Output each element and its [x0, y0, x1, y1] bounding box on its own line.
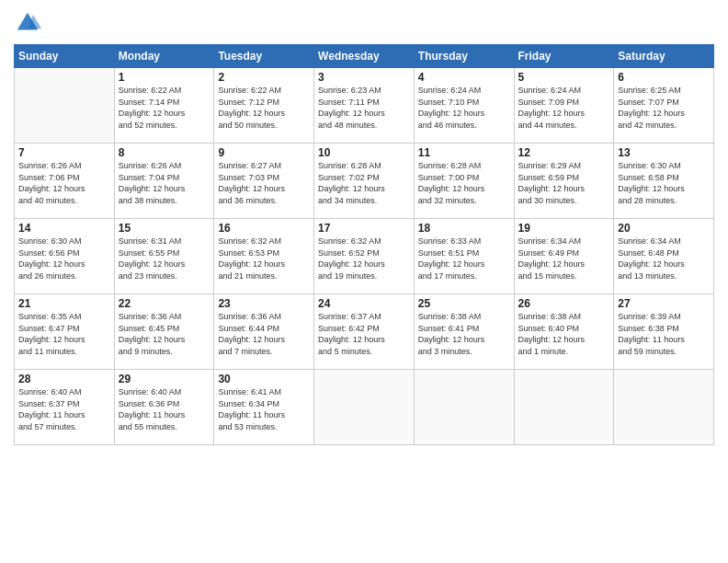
day-info: Sunrise: 6:29 AM Sunset: 6:59 PM Dayligh… [518, 160, 610, 206]
day-info: Sunrise: 6:25 AM Sunset: 7:07 PM Dayligh… [618, 85, 710, 131]
day-cell: 4Sunrise: 6:24 AM Sunset: 7:10 PM Daylig… [414, 68, 514, 144]
day-number: 28 [18, 373, 110, 385]
day-number: 8 [119, 146, 210, 159]
col-header-sunday: Sunday [15, 45, 115, 68]
day-number: 17 [318, 222, 410, 235]
day-number: 7 [18, 146, 110, 159]
day-cell: 18Sunrise: 6:33 AM Sunset: 6:51 PM Dayli… [414, 219, 514, 294]
day-number: 21 [18, 297, 110, 310]
day-info: Sunrise: 6:32 AM Sunset: 6:53 PM Dayligh… [218, 236, 310, 282]
col-header-saturday: Saturday [614, 45, 714, 68]
day-cell: 22Sunrise: 6:36 AM Sunset: 6:45 PM Dayli… [114, 294, 214, 370]
page: SundayMondayTuesdayWednesdayThursdayFrid… [0, 0, 728, 563]
day-cell: 16Sunrise: 6:32 AM Sunset: 6:53 PM Dayli… [214, 219, 314, 294]
week-row-4: 21Sunrise: 6:35 AM Sunset: 6:47 PM Dayli… [15, 294, 714, 370]
day-number: 16 [218, 222, 310, 235]
day-cell [614, 370, 714, 445]
day-number: 12 [518, 146, 610, 159]
day-number: 14 [18, 222, 110, 235]
day-info: Sunrise: 6:35 AM Sunset: 6:47 PM Dayligh… [18, 311, 110, 357]
day-cell: 29Sunrise: 6:40 AM Sunset: 6:36 PM Dayli… [114, 370, 214, 445]
day-info: Sunrise: 6:34 AM Sunset: 6:48 PM Dayligh… [618, 236, 710, 282]
day-cell: 13Sunrise: 6:30 AM Sunset: 6:58 PM Dayli… [614, 144, 714, 219]
day-cell: 15Sunrise: 6:31 AM Sunset: 6:55 PM Dayli… [114, 219, 214, 294]
day-info: Sunrise: 6:32 AM Sunset: 6:52 PM Dayligh… [318, 236, 410, 282]
day-info: Sunrise: 6:28 AM Sunset: 7:02 PM Dayligh… [318, 160, 410, 206]
day-info: Sunrise: 6:38 AM Sunset: 6:40 PM Dayligh… [518, 311, 610, 357]
day-info: Sunrise: 6:30 AM Sunset: 6:58 PM Dayligh… [618, 160, 710, 206]
day-number: 23 [218, 297, 310, 310]
day-number: 1 [119, 71, 210, 84]
day-cell: 10Sunrise: 6:28 AM Sunset: 7:02 PM Dayli… [314, 144, 415, 219]
day-number: 30 [218, 373, 310, 385]
day-cell: 21Sunrise: 6:35 AM Sunset: 6:47 PM Dayli… [15, 294, 115, 370]
day-cell: 1Sunrise: 6:22 AM Sunset: 7:14 PM Daylig… [114, 68, 214, 144]
day-info: Sunrise: 6:28 AM Sunset: 7:00 PM Dayligh… [418, 160, 510, 206]
day-cell: 9Sunrise: 6:27 AM Sunset: 7:03 PM Daylig… [214, 144, 314, 219]
day-number: 13 [618, 146, 710, 159]
day-number: 5 [518, 71, 610, 84]
day-cell: 30Sunrise: 6:41 AM Sunset: 6:34 PM Dayli… [214, 370, 314, 445]
day-number: 18 [418, 222, 510, 235]
week-row-5: 28Sunrise: 6:40 AM Sunset: 6:37 PM Dayli… [15, 370, 714, 445]
header-row: SundayMondayTuesdayWednesdayThursdayFrid… [15, 45, 714, 68]
day-info: Sunrise: 6:34 AM Sunset: 6:49 PM Dayligh… [518, 236, 610, 282]
day-info: Sunrise: 6:40 AM Sunset: 6:36 PM Dayligh… [119, 386, 210, 432]
day-cell [514, 370, 614, 445]
col-header-tuesday: Tuesday [214, 45, 314, 68]
day-number: 10 [318, 146, 410, 159]
day-info: Sunrise: 6:26 AM Sunset: 7:04 PM Dayligh… [119, 160, 210, 206]
day-info: Sunrise: 6:39 AM Sunset: 6:38 PM Dayligh… [618, 311, 710, 357]
day-number: 9 [218, 146, 310, 159]
calendar-table: SundayMondayTuesdayWednesdayThursdayFrid… [14, 44, 714, 445]
day-cell: 14Sunrise: 6:30 AM Sunset: 6:56 PM Dayli… [15, 219, 115, 294]
day-number: 26 [518, 297, 610, 310]
day-cell: 20Sunrise: 6:34 AM Sunset: 6:48 PM Dayli… [614, 219, 714, 294]
day-cell: 6Sunrise: 6:25 AM Sunset: 7:07 PM Daylig… [614, 68, 714, 144]
day-info: Sunrise: 6:40 AM Sunset: 6:37 PM Dayligh… [18, 386, 110, 432]
day-info: Sunrise: 6:22 AM Sunset: 7:12 PM Dayligh… [218, 85, 310, 131]
day-info: Sunrise: 6:31 AM Sunset: 6:55 PM Dayligh… [119, 236, 210, 282]
day-cell: 11Sunrise: 6:28 AM Sunset: 7:00 PM Dayli… [414, 144, 514, 219]
day-cell: 26Sunrise: 6:38 AM Sunset: 6:40 PM Dayli… [514, 294, 614, 370]
week-row-1: 1Sunrise: 6:22 AM Sunset: 7:14 PM Daylig… [15, 68, 714, 144]
day-info: Sunrise: 6:36 AM Sunset: 6:45 PM Dayligh… [119, 311, 210, 357]
col-header-monday: Monday [114, 45, 214, 68]
day-number: 29 [119, 373, 210, 385]
col-header-friday: Friday [514, 45, 614, 68]
day-number: 3 [318, 71, 410, 84]
day-cell: 23Sunrise: 6:36 AM Sunset: 6:44 PM Dayli… [214, 294, 314, 370]
day-cell: 28Sunrise: 6:40 AM Sunset: 6:37 PM Dayli… [15, 370, 115, 445]
day-cell [314, 370, 415, 445]
day-cell: 3Sunrise: 6:23 AM Sunset: 7:11 PM Daylig… [314, 68, 415, 144]
day-number: 24 [318, 297, 410, 310]
day-number: 27 [618, 297, 710, 310]
col-header-thursday: Thursday [414, 45, 514, 68]
day-cell: 24Sunrise: 6:37 AM Sunset: 6:42 PM Dayli… [314, 294, 415, 370]
day-number: 2 [218, 71, 310, 84]
day-cell: 19Sunrise: 6:34 AM Sunset: 6:49 PM Dayli… [514, 219, 614, 294]
day-cell [414, 370, 514, 445]
day-info: Sunrise: 6:38 AM Sunset: 6:41 PM Dayligh… [418, 311, 510, 357]
day-cell: 8Sunrise: 6:26 AM Sunset: 7:04 PM Daylig… [114, 144, 214, 219]
day-number: 20 [618, 222, 710, 235]
day-cell: 27Sunrise: 6:39 AM Sunset: 6:38 PM Dayli… [614, 294, 714, 370]
day-cell: 12Sunrise: 6:29 AM Sunset: 6:59 PM Dayli… [514, 144, 614, 219]
day-info: Sunrise: 6:27 AM Sunset: 7:03 PM Dayligh… [218, 160, 310, 206]
logo-icon [14, 9, 41, 37]
day-cell: 7Sunrise: 6:26 AM Sunset: 7:06 PM Daylig… [15, 144, 115, 219]
day-info: Sunrise: 6:26 AM Sunset: 7:06 PM Dayligh… [18, 160, 110, 206]
day-number: 22 [119, 297, 210, 310]
day-info: Sunrise: 6:23 AM Sunset: 7:11 PM Dayligh… [318, 85, 410, 131]
day-info: Sunrise: 6:33 AM Sunset: 6:51 PM Dayligh… [418, 236, 510, 282]
week-row-2: 7Sunrise: 6:26 AM Sunset: 7:06 PM Daylig… [15, 144, 714, 219]
day-cell: 5Sunrise: 6:24 AM Sunset: 7:09 PM Daylig… [514, 68, 614, 144]
day-info: Sunrise: 6:30 AM Sunset: 6:56 PM Dayligh… [18, 236, 110, 282]
day-info: Sunrise: 6:41 AM Sunset: 6:34 PM Dayligh… [218, 386, 310, 432]
day-cell: 2Sunrise: 6:22 AM Sunset: 7:12 PM Daylig… [214, 68, 314, 144]
day-cell [15, 68, 115, 144]
logo [14, 9, 45, 37]
day-info: Sunrise: 6:36 AM Sunset: 6:44 PM Dayligh… [218, 311, 310, 357]
day-number: 6 [618, 71, 710, 84]
day-info: Sunrise: 6:37 AM Sunset: 6:42 PM Dayligh… [318, 311, 410, 357]
